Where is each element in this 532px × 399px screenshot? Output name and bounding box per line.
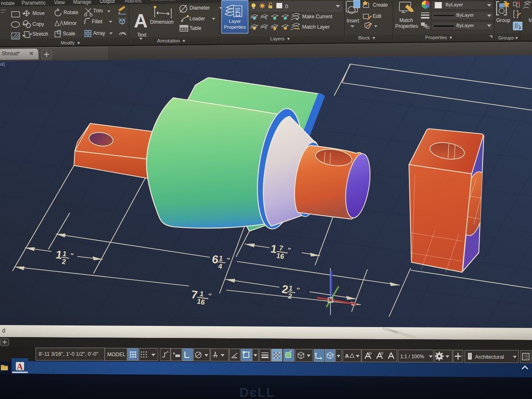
svg-text:A: A [345, 353, 349, 359]
svg-text:16: 16 [197, 297, 206, 306]
svg-text:A: A [134, 10, 148, 32]
svg-text:A: A [17, 362, 23, 371]
svg-text:16: 16 [276, 251, 285, 261]
svg-text:DєLL: DєLL [239, 385, 275, 399]
